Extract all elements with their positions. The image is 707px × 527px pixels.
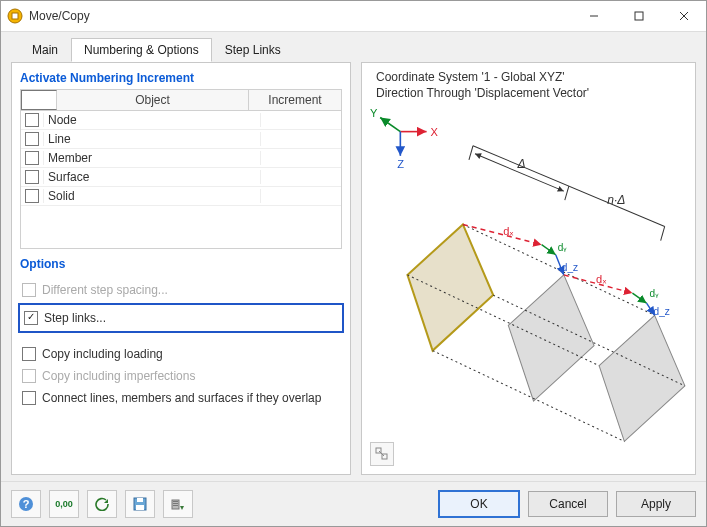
svg-line-19 bbox=[542, 245, 556, 255]
svg-rect-31 bbox=[136, 505, 144, 510]
row-label: Node bbox=[44, 113, 261, 127]
option-copy-loading[interactable]: Copy including loading bbox=[22, 343, 340, 365]
row-checkbox-node[interactable] bbox=[25, 113, 39, 127]
table-row[interactable]: Line bbox=[21, 130, 341, 149]
svg-line-9 bbox=[473, 146, 665, 227]
left-panel: Activate Numbering Increment Object Incr… bbox=[11, 62, 351, 475]
help-button[interactable]: ? bbox=[11, 490, 41, 518]
svg-rect-33 bbox=[173, 501, 178, 502]
dz-label-2: d_z bbox=[654, 306, 670, 317]
svg-line-7 bbox=[380, 117, 400, 131]
cancel-button[interactable]: Cancel bbox=[528, 491, 608, 517]
dialog-window: Move/Copy Main Numbering & Options Step … bbox=[0, 0, 707, 527]
load-button[interactable] bbox=[163, 490, 193, 518]
diagram-tool-button[interactable] bbox=[370, 442, 394, 466]
row-label: Surface bbox=[44, 170, 261, 184]
row-checkbox-member[interactable] bbox=[25, 151, 39, 165]
ok-button[interactable]: OK bbox=[438, 490, 520, 518]
titlebar: Move/Copy bbox=[1, 1, 706, 32]
app-icon bbox=[7, 8, 23, 24]
content-area: Activate Numbering Increment Object Incr… bbox=[1, 62, 706, 481]
close-button[interactable] bbox=[661, 1, 706, 31]
axis-y-label: Y bbox=[370, 107, 378, 119]
svg-rect-30 bbox=[137, 498, 143, 502]
option-label: Step links... bbox=[44, 311, 106, 325]
option-label: Different step spacing... bbox=[42, 283, 168, 297]
tab-numbering-options[interactable]: Numbering & Options bbox=[71, 38, 212, 62]
checkbox-copy-loading[interactable] bbox=[22, 347, 36, 361]
table-padding bbox=[21, 206, 341, 248]
dy-label-2: dᵧ bbox=[650, 288, 660, 299]
option-step-links-highlight: Step links... bbox=[18, 303, 344, 333]
checkbox-copy-imperfections bbox=[22, 369, 36, 383]
option-step-links[interactable]: Step links... bbox=[24, 307, 338, 329]
dz-label-1: d_z bbox=[562, 262, 578, 273]
checkbox-step-links[interactable] bbox=[24, 311, 38, 325]
checkbox-connect-overlap[interactable] bbox=[22, 391, 36, 405]
save-button[interactable] bbox=[125, 490, 155, 518]
svg-rect-34 bbox=[173, 503, 178, 504]
tab-step-links[interactable]: Step Links bbox=[212, 38, 294, 62]
table-row[interactable]: Solid bbox=[21, 187, 341, 206]
option-label: Copy including loading bbox=[42, 347, 163, 361]
svg-line-12 bbox=[661, 226, 665, 240]
svg-rect-3 bbox=[635, 12, 643, 20]
option-connect-overlap[interactable]: Connect lines, members and surfaces if t… bbox=[22, 387, 340, 409]
svg-line-22 bbox=[632, 293, 646, 303]
tab-bar: Main Numbering & Options Step Links bbox=[1, 32, 706, 62]
svg-line-10 bbox=[469, 146, 473, 160]
footer: ? 0,00 OK Cancel Apply bbox=[1, 481, 706, 526]
option-label: Copy including imperfections bbox=[42, 369, 195, 383]
dx-label-1: dₓ bbox=[503, 225, 514, 237]
dx-label-2: dₓ bbox=[596, 273, 607, 285]
dim-ndelta: n·Δ bbox=[607, 193, 625, 207]
table-header: Object Increment bbox=[21, 90, 341, 111]
option-different-step-spacing: Different step spacing... bbox=[22, 279, 340, 301]
window-title: Move/Copy bbox=[29, 9, 571, 23]
table-row[interactable]: Node bbox=[21, 111, 341, 130]
header-check bbox=[21, 90, 57, 110]
minimize-button[interactable] bbox=[571, 1, 616, 31]
row-label: Line bbox=[44, 132, 261, 146]
tab-main[interactable]: Main bbox=[19, 38, 71, 62]
option-copy-imperfections: Copy including imperfections bbox=[22, 365, 340, 387]
right-panel: Coordinate System '1 - Global XYZ' Direc… bbox=[361, 62, 696, 475]
axis-z-label: Z bbox=[397, 158, 404, 170]
window-buttons bbox=[571, 1, 706, 31]
refresh-button[interactable] bbox=[87, 490, 117, 518]
numbering-table: Object Increment Node Line Member bbox=[20, 89, 342, 249]
dy-label-1: dᵧ bbox=[558, 242, 568, 253]
options-section-title: Options bbox=[12, 249, 350, 275]
table-row[interactable]: Surface bbox=[21, 168, 341, 187]
spacer bbox=[22, 335, 340, 343]
decimals-button[interactable]: 0,00 bbox=[49, 490, 79, 518]
option-label: Connect lines, members and surfaces if t… bbox=[42, 391, 321, 405]
svg-rect-35 bbox=[173, 505, 178, 506]
svg-rect-1 bbox=[12, 13, 18, 19]
axis-x-label: X bbox=[431, 126, 439, 138]
svg-text:?: ? bbox=[23, 498, 30, 510]
options-group: Different step spacing... Step links... … bbox=[12, 275, 350, 419]
row-checkbox-surface[interactable] bbox=[25, 170, 39, 184]
row-label: Solid bbox=[44, 189, 261, 203]
row-label: Member bbox=[44, 151, 261, 165]
table-row[interactable]: Member bbox=[21, 149, 341, 168]
dim-delta: Δ bbox=[516, 157, 525, 171]
svg-line-18 bbox=[463, 224, 542, 244]
apply-button[interactable]: Apply bbox=[616, 491, 696, 517]
checkbox-different-step-spacing bbox=[22, 283, 36, 297]
header-object: Object bbox=[57, 90, 249, 110]
maximize-button[interactable] bbox=[616, 1, 661, 31]
row-checkbox-solid[interactable] bbox=[25, 189, 39, 203]
numbering-section-title: Activate Numbering Increment bbox=[12, 63, 350, 89]
header-increment: Increment bbox=[249, 90, 341, 110]
displacement-diagram: X Y Z Δ n·Δ bbox=[362, 63, 695, 467]
svg-line-11 bbox=[565, 186, 569, 200]
row-checkbox-line[interactable] bbox=[25, 132, 39, 146]
